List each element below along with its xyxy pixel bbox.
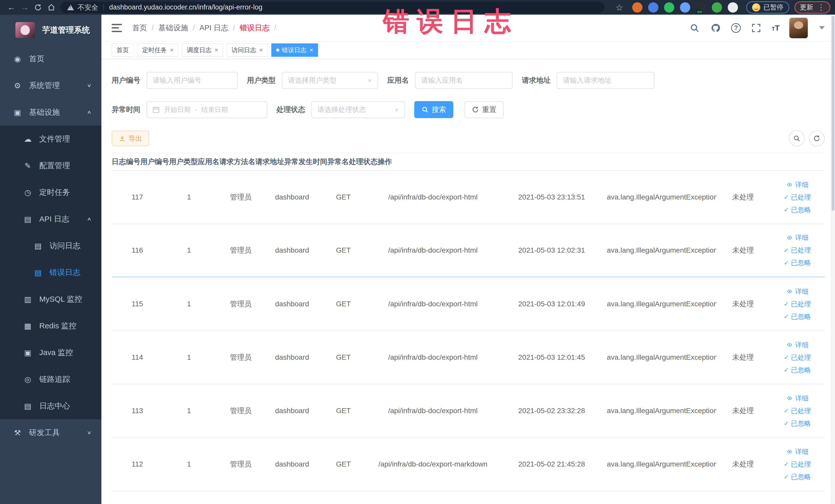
sidebar-item[interactable]: ◉ 首页	[0, 45, 101, 72]
tab[interactable]: 定时任务 ×	[137, 43, 178, 57]
sidebar-item[interactable]: ⚙ 系统管理 ∨	[0, 72, 101, 99]
page-url: dashboard.yudao.iocoder.cn/infra/log/api…	[109, 3, 262, 11]
breadcrumb-item[interactable]: API 日志 /	[200, 23, 240, 33]
table-row: 113 1 管理员 dashboard GET /api/infra/db-do…	[111, 384, 825, 438]
breadcrumb-item[interactable]: 首页 /	[132, 23, 158, 33]
menu-icon: ✎	[22, 161, 34, 170]
app-name-input[interactable]	[415, 72, 513, 89]
logo[interactable]: 芋道管理系统	[0, 15, 101, 45]
sidebar-item[interactable]: ▣ 基础设施 ∧	[0, 99, 101, 125]
back-icon[interactable]: ←	[5, 2, 18, 13]
breadcrumb-item[interactable]: 错误日志 /	[240, 23, 281, 33]
mark-processed-link[interactable]: ✓ 已处理	[784, 246, 811, 255]
toggle-search-button[interactable]	[789, 130, 805, 146]
detail-link[interactable]: 详细	[786, 394, 809, 403]
browser-menu-icon[interactable]: ⋮	[817, 3, 825, 12]
sidebar-item[interactable]: ▦ Redis 监控	[0, 313, 101, 339]
sidebar-item[interactable]: ▤ API 日志 ∧	[0, 206, 101, 233]
reload-icon[interactable]	[31, 2, 45, 13]
browser-update-button[interactable]: 更新 ⋮	[794, 1, 830, 14]
help-icon[interactable]: ?	[731, 23, 741, 33]
close-icon[interactable]: ×	[215, 46, 218, 54]
extension-blue-grid[interactable]	[680, 2, 690, 13]
mark-processed-link[interactable]: ✓ 已处理	[784, 300, 811, 309]
detail-link[interactable]: 详细	[786, 180, 809, 189]
paused-extension-pill[interactable]: 已暂停	[746, 1, 789, 14]
close-icon[interactable]: ×	[170, 46, 174, 54]
search-icon[interactable]	[689, 22, 700, 34]
mark-processed-link[interactable]: ✓ 已处理	[784, 460, 811, 469]
mark-processed-link[interactable]: ✓ 已处理	[784, 406, 811, 416]
mark-ignored-link[interactable]: ✓ 已忽略	[784, 312, 811, 321]
tab[interactable]: 访问日志 ×	[227, 43, 268, 57]
sidebar-item[interactable]: ◎ 链路追踪	[0, 366, 101, 392]
extension-dark-on[interactable]: on	[696, 2, 706, 13]
detail-link[interactable]: 详细	[786, 233, 809, 242]
avatar[interactable]	[789, 18, 808, 38]
font-size-icon[interactable]: TT	[772, 24, 779, 32]
sidebar-item[interactable]: ⚒ 研发工具 ∨	[0, 419, 101, 446]
export-button[interactable]: 导出	[111, 131, 149, 146]
sidebar-item[interactable]: ▣ Java 监控	[0, 339, 101, 366]
mark-ignored-link[interactable]: ✓ 已忽略	[784, 258, 811, 267]
cell-user-id: 1	[163, 278, 215, 330]
tab[interactable]: 错误日志 ×	[271, 43, 318, 57]
extension-light-paw[interactable]	[728, 2, 738, 13]
close-icon[interactable]: ×	[259, 46, 263, 54]
scrollbar-thumb[interactable]	[832, 16, 834, 211]
user-id-input[interactable]	[147, 72, 238, 89]
check-icon: ✓	[784, 461, 789, 468]
home-icon[interactable]	[45, 2, 58, 13]
user-type-select[interactable]: 请选择用户类型 ∨	[282, 72, 378, 89]
mark-ignored-link[interactable]: ✓ 已忽略	[784, 366, 811, 375]
extension-blue-drop[interactable]	[648, 2, 658, 13]
cell-status: 未处理	[716, 438, 770, 491]
sidebar-item[interactable]: ◷ 定时任务	[0, 179, 101, 206]
mark-ignored-link[interactable]: ✓ 已忽略	[784, 472, 811, 481]
refresh-table-button[interactable]	[809, 130, 825, 146]
bookmark-star-icon[interactable]: ☆	[613, 2, 626, 13]
detail-link[interactable]: 详细	[786, 447, 809, 456]
table-header: 日志编号用户编号用户类型应用名请求方法名请求地址异常发生时间异常名处理状态操作	[111, 153, 825, 171]
detail-link[interactable]: 详细	[786, 340, 809, 349]
close-icon[interactable]: ×	[309, 46, 313, 54]
cell-status: 未处理	[716, 384, 770, 437]
detail-link[interactable]: 详细	[786, 287, 809, 296]
mark-ignored-link[interactable]: ✓ 已忽略	[784, 419, 811, 428]
user-id-label: 用户编号	[111, 76, 140, 85]
sidebar-item[interactable]: ▤ 访问日志	[0, 233, 101, 259]
cell-log-id: 115	[111, 278, 163, 330]
breadcrumb: 首页 / 基础设施 / API 日志 / 错误日志	[132, 23, 281, 33]
reset-button[interactable]: 重置	[465, 101, 504, 118]
process-status-select[interactable]: 请选择处理状态 ∨	[311, 101, 405, 118]
tab[interactable]: 调度日志 ×	[182, 43, 223, 57]
tab[interactable]: 首页	[111, 43, 134, 57]
extension-orange-ring[interactable]	[632, 2, 643, 13]
cell-exception-time: 2021-05-03 12:01:49	[497, 278, 607, 330]
forward-icon[interactable]: →	[18, 2, 31, 13]
main-panel: 首页 / 基础设施 / API 日志 / 错误日志	[101, 15, 835, 504]
fullscreen-icon[interactable]	[751, 22, 762, 34]
cell-actions: 详细 ✓ 已处理 ✓ 已忽略	[770, 278, 825, 330]
hamburger-icon[interactable]	[111, 24, 122, 32]
sidebar-item[interactable]: ▤ 日志中心	[0, 392, 101, 419]
start-date-placeholder: 开始日期	[164, 105, 191, 114]
extension-green-leaf[interactable]	[712, 2, 722, 13]
chevron-down-icon: ∨	[394, 107, 399, 112]
request-url-input[interactable]	[557, 72, 654, 89]
sidebar-item[interactable]: ▤ 错误日志	[0, 259, 101, 286]
menu-icon: ⚙	[12, 81, 23, 90]
url-bar[interactable]: 不安全 dashboard.yudao.iocoder.cn/infra/log…	[61, 2, 605, 13]
breadcrumb-item[interactable]: 基础设施 /	[158, 23, 200, 33]
search-button[interactable]: 搜索	[414, 101, 453, 118]
sidebar-item[interactable]: ✎ 配置管理	[0, 152, 101, 179]
chevron-down-icon[interactable]	[819, 26, 825, 29]
extension-green-check[interactable]	[664, 2, 674, 13]
date-range-picker[interactable]: 开始日期 - 结束日期	[147, 101, 267, 118]
github-icon[interactable]	[710, 22, 721, 34]
mark-processed-link[interactable]: ✓ 已处理	[784, 353, 811, 362]
sidebar-item[interactable]: ☁ 文件管理	[0, 125, 101, 152]
mark-ignored-link[interactable]: ✓ 已忽略	[784, 205, 811, 215]
mark-processed-link[interactable]: ✓ 已处理	[784, 193, 811, 202]
sidebar-item[interactable]: ▥ MySQL 监控	[0, 286, 101, 313]
